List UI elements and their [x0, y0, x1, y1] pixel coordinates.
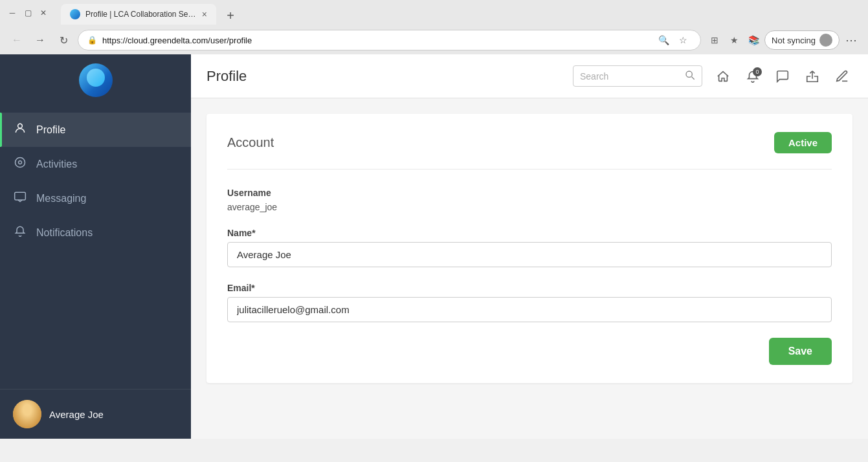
tab-close-icon[interactable]: ×	[202, 9, 207, 19]
sidebar-nav: Profile Activities Messaging	[0, 106, 191, 389]
content-area: Account Active Username average_joe Name…	[191, 98, 868, 439]
search-input[interactable]	[580, 71, 680, 82]
close-button[interactable]: ✕	[38, 7, 49, 19]
status-badge: Active	[774, 132, 832, 153]
avatar-image	[13, 400, 41, 428]
sync-label: Not syncing	[772, 36, 816, 45]
address-bar: ← → ↻ 🔒 https://cloud.greendelta.com/use…	[0, 26, 868, 54]
notification-count: 0	[753, 67, 762, 76]
user-name: Average Joe	[49, 409, 104, 420]
sidebar-logo	[0, 54, 191, 106]
menu-icon: ⋯	[845, 33, 857, 47]
messaging-icon	[13, 190, 27, 206]
account-card: Account Active Username average_joe Name…	[206, 114, 852, 383]
sidebar-item-profile[interactable]: Profile	[0, 113, 191, 147]
search-bar[interactable]	[573, 65, 702, 87]
tab-title: Profile | LCA Collaboration Serve	[85, 10, 197, 19]
new-tab-button[interactable]: +	[221, 6, 239, 25]
email-field-group: Email*	[227, 283, 832, 322]
forward-button[interactable]: →	[31, 31, 49, 49]
svg-point-1	[16, 158, 25, 168]
tab-favicon	[70, 9, 80, 19]
edit-topbar-icon[interactable]	[832, 66, 852, 87]
url-bar[interactable]: 🔒 https://cloud.greendelta.com/user/prof…	[78, 30, 701, 50]
account-header: Account Active	[227, 132, 832, 170]
sidebar-item-activities-label: Activities	[36, 159, 77, 170]
sidebar-item-notifications[interactable]: Notifications	[0, 215, 191, 250]
extensions-icon[interactable]: ⊞	[706, 32, 723, 49]
email-label: Email*	[227, 283, 832, 293]
name-field-group: Name*	[227, 228, 832, 267]
notifications-icon	[13, 225, 27, 241]
window-controls: ─ ▢ ✕	[6, 7, 49, 19]
activities-icon	[13, 156, 27, 172]
logo-inner	[87, 69, 105, 87]
name-label: Name*	[227, 228, 832, 238]
email-input[interactable]	[227, 297, 832, 322]
url-actions: 🔍 ☆	[655, 32, 691, 49]
chat-topbar-icon[interactable]	[772, 66, 793, 87]
browser-chrome: ─ ▢ ✕ Profile | LCA Collaboration Serve …	[0, 0, 868, 54]
maximize-button[interactable]: ▢	[22, 7, 34, 19]
sidebar-item-activities[interactable]: Activities	[0, 147, 191, 181]
sidebar: Profile Activities Messaging	[0, 54, 191, 439]
form-actions: Save	[227, 338, 832, 365]
sidebar-item-profile-label: Profile	[36, 124, 65, 136]
refresh-button[interactable]: ↻	[54, 31, 72, 49]
title-bar: ─ ▢ ✕ Profile | LCA Collaboration Serve …	[0, 0, 868, 26]
svg-point-4	[686, 71, 692, 77]
favorites-icon[interactable]: ★	[726, 32, 742, 49]
notifications-topbar-icon[interactable]: 0	[742, 66, 763, 87]
svg-point-2	[19, 161, 22, 164]
sidebar-item-messaging-label: Messaging	[36, 193, 86, 204]
refresh-icon: ↻	[60, 34, 68, 47]
share-topbar-icon[interactable]	[802, 66, 823, 87]
search-icon	[685, 70, 695, 82]
sidebar-item-notifications-label: Notifications	[36, 227, 93, 239]
browser-actions: ⊞ ★ 📚 Not syncing ⋯	[706, 30, 860, 50]
back-icon: ←	[12, 34, 22, 46]
minimize-button[interactable]: ─	[6, 7, 18, 19]
svg-rect-3	[15, 192, 26, 200]
svg-point-0	[18, 124, 23, 128]
username-value: average_joe	[227, 202, 832, 212]
star-icon[interactable]: ☆	[674, 32, 691, 49]
browser-menu-button[interactable]: ⋯	[842, 31, 860, 49]
save-button[interactable]: Save	[769, 338, 832, 365]
topbar-icons: 0	[713, 66, 852, 87]
account-title: Account	[227, 135, 274, 150]
forward-icon: →	[35, 34, 45, 46]
tab-bar: Profile | LCA Collaboration Serve × +	[54, 1, 862, 25]
app-layout: Profile Activities Messaging	[0, 54, 868, 439]
sidebar-footer: Average Joe	[0, 389, 191, 439]
collections-icon[interactable]: 📚	[745, 32, 762, 49]
main-content: Profile 0	[191, 54, 868, 439]
active-tab[interactable]: Profile | LCA Collaboration Serve ×	[61, 4, 216, 25]
sync-avatar	[819, 34, 832, 47]
page-title: Profile	[206, 68, 562, 85]
avatar	[13, 400, 41, 428]
url-text: https://cloud.greendelta.com/user/profil…	[102, 36, 650, 45]
username-field-group: Username average_joe	[227, 188, 832, 212]
back-button[interactable]: ←	[8, 31, 26, 49]
name-input[interactable]	[227, 242, 832, 267]
sidebar-item-messaging[interactable]: Messaging	[0, 181, 191, 215]
app-logo	[79, 63, 113, 97]
search-url-icon[interactable]: 🔍	[655, 32, 672, 49]
svg-line-5	[692, 77, 695, 80]
profile-icon	[13, 122, 27, 138]
sync-button[interactable]: Not syncing	[764, 30, 840, 50]
home-icon[interactable]	[713, 66, 733, 87]
topbar: Profile 0	[191, 54, 868, 98]
username-label: Username	[227, 188, 832, 198]
lock-icon: 🔒	[87, 36, 97, 45]
